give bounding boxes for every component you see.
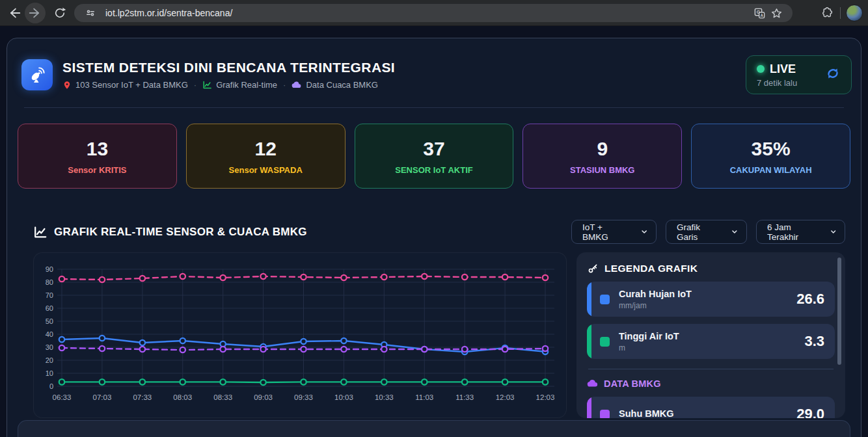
- browser-toolbar: iot.lp2stm.or.id/sentra-bencana/ GA: [0, 0, 868, 26]
- svg-text:08:03: 08:03: [173, 393, 192, 401]
- chart-section-title: GRAFIK REAL-TIME SENSOR & CUACA BMKG: [33, 225, 307, 239]
- chart-filters: IoT + BMKG Grafik Garis 6 Jam Terakhir: [571, 220, 845, 244]
- extensions-icon[interactable]: [818, 5, 835, 21]
- series-value: 29.0: [796, 406, 824, 418]
- cloud-icon: [587, 378, 599, 390]
- chart-line-icon: [202, 80, 212, 90]
- chevron-down-icon: [640, 228, 648, 236]
- live-label: LIVE: [770, 62, 796, 76]
- stat-label: CAKUPAN WILAYAH: [730, 165, 812, 175]
- meta-cuaca: Data Cuaca BMKG: [292, 80, 378, 90]
- accent-bar: [587, 282, 591, 317]
- svg-text:60: 60: [46, 304, 53, 312]
- meta-grafik: Grafik Real-time: [202, 80, 277, 90]
- bmkg-section-header: DATA BMKG: [587, 378, 835, 390]
- svg-text:12:03: 12:03: [536, 393, 555, 401]
- svg-text:30: 30: [46, 343, 53, 351]
- series-value: 3.3: [804, 333, 824, 350]
- stat-value: 9: [597, 138, 608, 160]
- page-title: SISTEM DETEKSI DINI BENCANA TERINTEGRASI: [62, 60, 395, 75]
- svg-text:20: 20: [46, 356, 53, 364]
- address-bar[interactable]: iot.lp2stm.or.id/sentra-bencana/ GA: [74, 4, 793, 22]
- meta-grafik-label: Grafik Real-time: [216, 80, 277, 90]
- chart-legend-panel: LEGENDA GRAFIK Curah Hujan IoT mm/jam 26…: [576, 252, 845, 418]
- url-text[interactable]: iot.lp2stm.or.id/sentra-bencana/: [105, 8, 751, 18]
- svg-text:09:03: 09:03: [254, 393, 273, 401]
- filter-source-select[interactable]: IoT + BMKG: [571, 220, 657, 244]
- header-divider: [24, 107, 844, 108]
- svg-text:10:33: 10:33: [375, 393, 394, 401]
- filter-range-select[interactable]: 6 Jam Terakhir: [756, 220, 845, 244]
- svg-text:A: A: [760, 12, 763, 17]
- translate-icon[interactable]: GA: [751, 5, 768, 21]
- forward-icon: [28, 6, 42, 20]
- filter-charttype-value: Grafik Garis: [677, 222, 719, 242]
- profile-avatar[interactable]: [846, 5, 863, 21]
- svg-text:11:03: 11:03: [415, 393, 433, 401]
- site-settings-icon[interactable]: [82, 5, 99, 21]
- accent-bar: [587, 397, 591, 418]
- realtime-chart[interactable]: 010203040506070809006:3307:0307:3308:030…: [34, 253, 566, 417]
- stat-value: 12: [255, 138, 277, 160]
- stat-label: SENSOR IoT AKTIF: [395, 165, 472, 175]
- legend-item-suhu-bmkg: Suhu BMKG 29.0: [587, 397, 835, 418]
- satellite-dish-icon: [27, 65, 47, 85]
- bmkg-section-label: DATA BMKG: [604, 378, 661, 389]
- refresh-button[interactable]: [825, 66, 841, 84]
- chart-section-title-text: GRAFIK REAL-TIME SENSOR & CUACA BMKG: [54, 226, 307, 239]
- svg-text:40: 40: [46, 330, 53, 338]
- series-name: Curah Hujan IoT: [619, 289, 692, 299]
- realtime-chart-panel[interactable]: 010203040506070809006:3307:0307:3308:030…: [33, 252, 567, 418]
- reload-button[interactable]: [49, 3, 70, 23]
- legend-item-tinggi-air: Tinggi Air IoT m 3.3: [587, 324, 835, 359]
- stat-value: 35%: [752, 138, 791, 160]
- chart-line-icon: [33, 225, 47, 239]
- svg-text:09:33: 09:33: [294, 393, 313, 401]
- svg-text:11:33: 11:33: [455, 393, 474, 401]
- location-pin-icon: [62, 81, 72, 90]
- legend-divider: [588, 369, 834, 369]
- toolbar-separator: [840, 7, 841, 19]
- back-icon: [7, 6, 21, 20]
- key-icon: [587, 263, 599, 274]
- stats-row: 13 Sensor KRITIS 12 Sensor WASPADA 37 SE…: [7, 124, 861, 189]
- chevron-down-icon: [731, 228, 739, 236]
- chevron-down-icon: [830, 228, 837, 236]
- stat-card-kritis: 13 Sensor KRITIS: [18, 124, 177, 189]
- svg-text:10: 10: [46, 369, 53, 377]
- meta-cuaca-label: Data Cuaca BMKG: [306, 80, 378, 90]
- series-swatch: [600, 410, 610, 419]
- back-button[interactable]: [4, 3, 25, 23]
- legend-scrollbar[interactable]: [837, 258, 841, 365]
- series-value: 26.6: [796, 291, 824, 308]
- svg-text:12:03: 12:03: [496, 393, 515, 401]
- legend-title: LEGENDA GRAFIK: [604, 263, 698, 274]
- chart-section-head: GRAFIK REAL-TIME SENSOR & CUACA BMKG IoT…: [7, 220, 861, 244]
- refresh-icon: [825, 66, 841, 81]
- filter-source-value: IoT + BMKG: [582, 222, 629, 242]
- svg-text:10:03: 10:03: [334, 393, 353, 401]
- series-swatch: [600, 337, 610, 347]
- stat-label: STASIUN BMKG: [570, 165, 634, 175]
- app-logo: [21, 59, 53, 90]
- dashboard-container: SISTEM DETEKSI DINI BENCANA TERINTEGRASI…: [7, 38, 861, 437]
- reload-icon: [53, 7, 66, 20]
- series-name: Suhu BMKG: [619, 408, 674, 419]
- accent-bar: [587, 324, 591, 359]
- series-name: Tinggi Air IoT: [619, 331, 679, 341]
- series-swatch: [600, 295, 610, 304]
- svg-text:80: 80: [46, 278, 53, 286]
- filter-charttype-select[interactable]: Grafik Garis: [666, 220, 747, 244]
- forward-button[interactable]: [25, 3, 46, 23]
- legend-header: LEGENDA GRAFIK: [587, 263, 835, 274]
- bookmark-star-icon[interactable]: [768, 5, 785, 21]
- svg-text:70: 70: [46, 291, 53, 299]
- svg-text:07:03: 07:03: [93, 393, 112, 401]
- toolbar-right: [818, 0, 863, 26]
- cloud-icon: [292, 80, 302, 90]
- live-updated: 7 detik lalu: [757, 78, 797, 88]
- svg-text:06:33: 06:33: [53, 393, 72, 401]
- meta-separator: ·: [194, 80, 197, 90]
- svg-text:90: 90: [46, 265, 53, 273]
- live-status-badge: LIVE 7 detik lalu: [746, 55, 852, 94]
